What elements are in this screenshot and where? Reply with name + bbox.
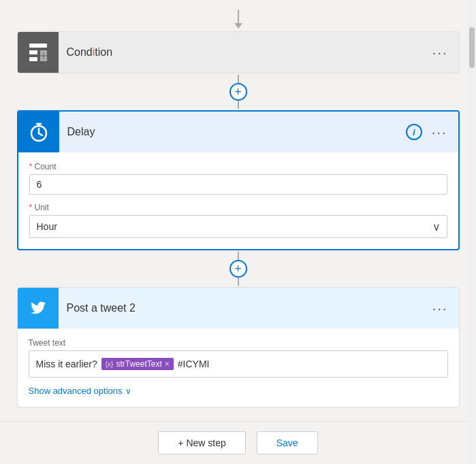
delay-icon [27,120,50,144]
svg-line-8 [39,133,42,135]
arrow-connector-top [234,10,242,29]
new-step-button[interactable]: + New step [158,431,245,454]
delay-count-input[interactable] [29,174,447,195]
bottom-toolbar: + New step Save [0,421,476,464]
delay-count-label: * Count [29,162,447,171]
svg-rect-2 [29,57,37,61]
condition-more-menu[interactable]: ··· [430,42,451,63]
delay-header: Delay i ··· [18,112,458,152]
condition-icon [27,42,49,63]
token-close-icon[interactable]: × [165,359,170,369]
plus-button-2[interactable]: + [229,260,247,278]
connector-line-top-2 [238,252,239,260]
token-fx-icon: {x} [106,361,114,368]
connector-line-bottom-2 [238,278,239,286]
post-tweet-header: Post a tweet 2 ··· [18,288,459,329]
post-tweet-body: Tweet text Miss it earlier? {x} strTweet… [18,329,459,407]
svg-rect-0 [29,44,47,48]
condition-header: Condition ··· [18,32,459,73]
plus-button-1[interactable]: + [229,83,247,101]
condition-card: Condition ··· [17,31,460,73]
tweet-icon-box [18,288,59,329]
connector-line-top-1 [238,75,239,83]
scrollbar[interactable] [468,0,476,464]
twitter-icon [27,297,50,320]
delay-title: Delay [59,126,406,138]
condition-actions: ··· [430,42,451,63]
str-tweet-text-token[interactable]: {x} strTweetText × [101,358,174,370]
post-tweet-actions: ··· [430,298,451,319]
tweet-icon-wrapper [18,288,59,329]
scrollbar-thumb[interactable] [469,27,475,68]
plus-connector-1[interactable]: + [229,75,247,109]
tweet-text-field[interactable]: Miss it earlier? {x} strTweetText × #ICY… [29,350,448,378]
delay-unit-wrapper: Second Minute Hour Day Week Month ∨ [29,215,447,238]
tweet-text-label: Tweet text [29,338,448,348]
condition-title-end: tion [95,46,112,58]
delay-actions: i ··· [406,122,450,143]
condition-icon-wrapper [18,32,59,73]
delay-unit-label: * Unit [29,203,447,212]
token-label: strTweetText [116,359,161,369]
post-tweet-more-menu[interactable]: ··· [430,298,451,319]
post-tweet-card: Post a tweet 2 ··· Tweet text Miss it ea… [17,287,460,408]
tweet-prefix: Miss it earlier? [36,359,97,369]
condition-icon-box [18,32,59,73]
save-button[interactable]: Save [257,431,318,454]
connector-line-bottom-1 [238,101,239,109]
delay-more-menu[interactable]: ··· [429,122,450,143]
delay-icon-box [18,112,59,152]
post-tweet-title: Post a tweet 2 [59,302,430,314]
delay-icon-wrapper [18,112,59,152]
show-advanced-label: Show advanced options [29,386,123,396]
show-advanced-options-link[interactable]: Show advanced options ∨ [29,386,448,396]
tweet-suffix: #ICYMI [178,359,210,369]
delay-unit-select[interactable]: Second Minute Hour Day Week Month [29,215,447,238]
delay-info-button[interactable]: i [406,124,422,140]
condition-title: Condition [59,46,430,59]
svg-rect-1 [29,50,37,54]
delay-body: * Count * Unit Second Minute Hour Day We… [18,152,458,249]
condition-title-start: Cond [67,46,93,58]
delay-card: Delay i ··· * Count * Unit Second Minute… [17,110,460,250]
show-advanced-chevron-icon: ∨ [125,386,131,396]
plus-connector-2[interactable]: + [229,252,247,286]
